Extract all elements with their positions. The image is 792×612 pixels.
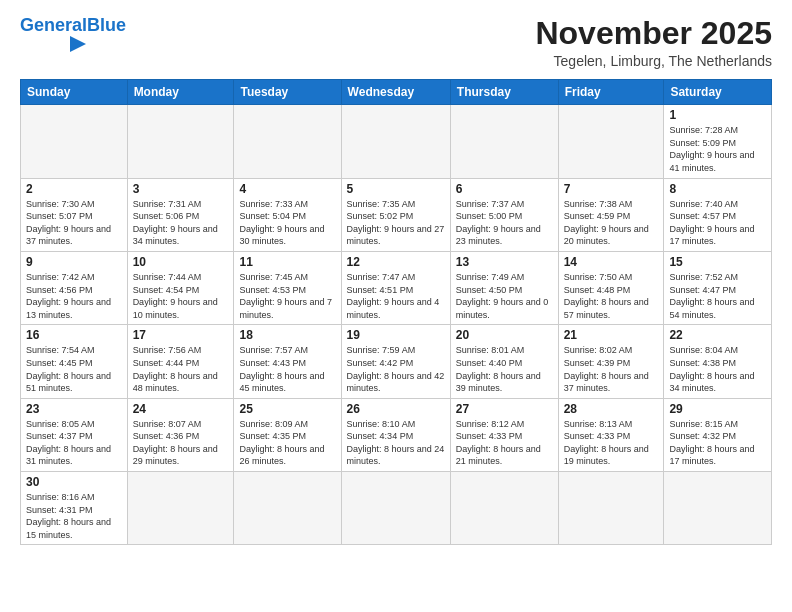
day-number: 9: [26, 255, 122, 269]
table-row: [341, 472, 450, 545]
table-row: [234, 472, 341, 545]
day-info: Sunrise: 7:37 AM Sunset: 5:00 PM Dayligh…: [456, 198, 553, 248]
day-info: Sunrise: 7:57 AM Sunset: 4:43 PM Dayligh…: [239, 344, 335, 394]
day-info: Sunrise: 7:45 AM Sunset: 4:53 PM Dayligh…: [239, 271, 335, 321]
day-number: 28: [564, 402, 659, 416]
table-row: 5Sunrise: 7:35 AM Sunset: 5:02 PM Daylig…: [341, 178, 450, 251]
header-thursday: Thursday: [450, 80, 558, 105]
logo-blue: Blue: [87, 15, 126, 35]
day-info: Sunrise: 8:10 AM Sunset: 4:34 PM Dayligh…: [347, 418, 445, 468]
header-area: GeneralBlue November 2025 Tegelen, Limbu…: [20, 16, 772, 69]
table-row: 14Sunrise: 7:50 AM Sunset: 4:48 PM Dayli…: [558, 251, 664, 324]
day-number: 16: [26, 328, 122, 342]
day-info: Sunrise: 8:07 AM Sunset: 4:36 PM Dayligh…: [133, 418, 229, 468]
day-info: Sunrise: 8:12 AM Sunset: 4:33 PM Dayligh…: [456, 418, 553, 468]
title-area: November 2025 Tegelen, Limburg, The Neth…: [535, 16, 772, 69]
table-row: 25Sunrise: 8:09 AM Sunset: 4:35 PM Dayli…: [234, 398, 341, 471]
day-number: 17: [133, 328, 229, 342]
table-row: 13Sunrise: 7:49 AM Sunset: 4:50 PM Dayli…: [450, 251, 558, 324]
day-info: Sunrise: 8:15 AM Sunset: 4:32 PM Dayligh…: [669, 418, 766, 468]
header-wednesday: Wednesday: [341, 80, 450, 105]
day-number: 4: [239, 182, 335, 196]
table-row: 17Sunrise: 7:56 AM Sunset: 4:44 PM Dayli…: [127, 325, 234, 398]
table-row: 9Sunrise: 7:42 AM Sunset: 4:56 PM Daylig…: [21, 251, 128, 324]
table-row: 1Sunrise: 7:28 AM Sunset: 5:09 PM Daylig…: [664, 105, 772, 178]
table-row: 18Sunrise: 7:57 AM Sunset: 4:43 PM Dayli…: [234, 325, 341, 398]
page: GeneralBlue November 2025 Tegelen, Limbu…: [0, 0, 792, 555]
day-info: Sunrise: 7:54 AM Sunset: 4:45 PM Dayligh…: [26, 344, 122, 394]
table-row: 20Sunrise: 8:01 AM Sunset: 4:40 PM Dayli…: [450, 325, 558, 398]
table-row: [127, 472, 234, 545]
day-number: 6: [456, 182, 553, 196]
day-number: 20: [456, 328, 553, 342]
day-number: 22: [669, 328, 766, 342]
day-info: Sunrise: 7:35 AM Sunset: 5:02 PM Dayligh…: [347, 198, 445, 248]
calendar-body: 1Sunrise: 7:28 AM Sunset: 5:09 PM Daylig…: [21, 105, 772, 545]
day-number: 25: [239, 402, 335, 416]
calendar: Sunday Monday Tuesday Wednesday Thursday…: [20, 79, 772, 545]
day-info: Sunrise: 8:05 AM Sunset: 4:37 PM Dayligh…: [26, 418, 122, 468]
table-row: 3Sunrise: 7:31 AM Sunset: 5:06 PM Daylig…: [127, 178, 234, 251]
day-number: 15: [669, 255, 766, 269]
day-number: 29: [669, 402, 766, 416]
day-number: 19: [347, 328, 445, 342]
table-row: 26Sunrise: 8:10 AM Sunset: 4:34 PM Dayli…: [341, 398, 450, 471]
day-number: 7: [564, 182, 659, 196]
day-info: Sunrise: 8:09 AM Sunset: 4:35 PM Dayligh…: [239, 418, 335, 468]
table-row: [664, 472, 772, 545]
day-info: Sunrise: 7:44 AM Sunset: 4:54 PM Dayligh…: [133, 271, 229, 321]
day-info: Sunrise: 8:01 AM Sunset: 4:40 PM Dayligh…: [456, 344, 553, 394]
day-number: 12: [347, 255, 445, 269]
day-info: Sunrise: 7:30 AM Sunset: 5:07 PM Dayligh…: [26, 198, 122, 248]
table-row: [234, 105, 341, 178]
day-info: Sunrise: 7:52 AM Sunset: 4:47 PM Dayligh…: [669, 271, 766, 321]
day-number: 2: [26, 182, 122, 196]
table-row: [341, 105, 450, 178]
day-number: 18: [239, 328, 335, 342]
day-info: Sunrise: 7:59 AM Sunset: 4:42 PM Dayligh…: [347, 344, 445, 394]
day-number: 11: [239, 255, 335, 269]
table-row: 4Sunrise: 7:33 AM Sunset: 5:04 PM Daylig…: [234, 178, 341, 251]
day-number: 8: [669, 182, 766, 196]
table-row: [450, 472, 558, 545]
table-row: 28Sunrise: 8:13 AM Sunset: 4:33 PM Dayli…: [558, 398, 664, 471]
day-number: 3: [133, 182, 229, 196]
day-info: Sunrise: 7:40 AM Sunset: 4:57 PM Dayligh…: [669, 198, 766, 248]
day-number: 26: [347, 402, 445, 416]
day-number: 14: [564, 255, 659, 269]
day-info: Sunrise: 7:56 AM Sunset: 4:44 PM Dayligh…: [133, 344, 229, 394]
logo-general: General: [20, 15, 87, 35]
table-row: 19Sunrise: 7:59 AM Sunset: 4:42 PM Dayli…: [341, 325, 450, 398]
table-row: 15Sunrise: 7:52 AM Sunset: 4:47 PM Dayli…: [664, 251, 772, 324]
location-subtitle: Tegelen, Limburg, The Netherlands: [535, 53, 772, 69]
table-row: 29Sunrise: 8:15 AM Sunset: 4:32 PM Dayli…: [664, 398, 772, 471]
table-row: 2Sunrise: 7:30 AM Sunset: 5:07 PM Daylig…: [21, 178, 128, 251]
day-info: Sunrise: 8:13 AM Sunset: 4:33 PM Dayligh…: [564, 418, 659, 468]
table-row: 21Sunrise: 8:02 AM Sunset: 4:39 PM Dayli…: [558, 325, 664, 398]
month-title: November 2025: [535, 16, 772, 51]
day-info: Sunrise: 7:50 AM Sunset: 4:48 PM Dayligh…: [564, 271, 659, 321]
table-row: 22Sunrise: 8:04 AM Sunset: 4:38 PM Dayli…: [664, 325, 772, 398]
table-row: [558, 472, 664, 545]
day-info: Sunrise: 8:04 AM Sunset: 4:38 PM Dayligh…: [669, 344, 766, 394]
calendar-header: Sunday Monday Tuesday Wednesday Thursday…: [21, 80, 772, 105]
day-info: Sunrise: 7:33 AM Sunset: 5:04 PM Dayligh…: [239, 198, 335, 248]
table-row: 11Sunrise: 7:45 AM Sunset: 4:53 PM Dayli…: [234, 251, 341, 324]
day-number: 1: [669, 108, 766, 122]
table-row: 27Sunrise: 8:12 AM Sunset: 4:33 PM Dayli…: [450, 398, 558, 471]
table-row: 30Sunrise: 8:16 AM Sunset: 4:31 PM Dayli…: [21, 472, 128, 545]
table-row: 7Sunrise: 7:38 AM Sunset: 4:59 PM Daylig…: [558, 178, 664, 251]
table-row: 6Sunrise: 7:37 AM Sunset: 5:00 PM Daylig…: [450, 178, 558, 251]
logo-arrow: [70, 36, 86, 52]
table-row: 24Sunrise: 8:07 AM Sunset: 4:36 PM Dayli…: [127, 398, 234, 471]
day-info: Sunrise: 7:47 AM Sunset: 4:51 PM Dayligh…: [347, 271, 445, 321]
header-monday: Monday: [127, 80, 234, 105]
table-row: 8Sunrise: 7:40 AM Sunset: 4:57 PM Daylig…: [664, 178, 772, 251]
day-number: 23: [26, 402, 122, 416]
day-number: 10: [133, 255, 229, 269]
day-info: Sunrise: 7:31 AM Sunset: 5:06 PM Dayligh…: [133, 198, 229, 248]
day-info: Sunrise: 8:16 AM Sunset: 4:31 PM Dayligh…: [26, 491, 122, 541]
day-number: 27: [456, 402, 553, 416]
day-number: 24: [133, 402, 229, 416]
table-row: [558, 105, 664, 178]
